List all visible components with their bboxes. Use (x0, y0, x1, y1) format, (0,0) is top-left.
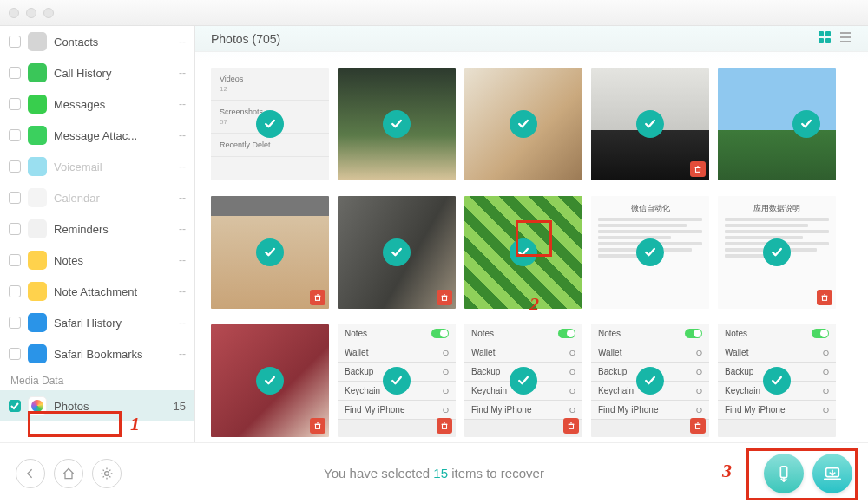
check-icon[interactable] (256, 367, 284, 395)
trash-icon[interactable] (310, 290, 326, 305)
svg-rect-13 (569, 424, 574, 428)
recover-to-computer-button[interactable] (812, 454, 852, 493)
check-icon[interactable] (256, 110, 284, 138)
sidebar-item[interactable]: Safari Bookmarks-- (0, 338, 194, 369)
sidebar-item-count: -- (174, 129, 186, 141)
trash-icon[interactable] (437, 290, 452, 305)
sidebar-item-photos[interactable]: Photos 15 (0, 390, 194, 421)
photo-thumbnail[interactable]: Notes WalletO BackupO KeychainO Find My … (718, 324, 836, 437)
photo-thumbnail[interactable]: Notes WalletO BackupO KeychainO Find My … (338, 324, 456, 437)
trash-icon[interactable] (563, 418, 579, 434)
home-button[interactable] (54, 459, 83, 488)
check-icon[interactable] (510, 367, 537, 395)
check-icon[interactable] (636, 110, 664, 138)
photo-thumbnail[interactable]: 微信自动化 (591, 196, 709, 309)
check-icon[interactable] (510, 238, 537, 266)
sidebar-item-label: Safari Bookmarks (54, 348, 174, 361)
check-icon[interactable] (383, 238, 411, 266)
photo-thumbnail[interactable] (211, 324, 329, 437)
checkbox-icon[interactable] (9, 285, 21, 297)
svg-rect-12 (443, 424, 447, 428)
photo-thumbnail[interactable]: Notes WalletO BackupO KeychainO Find My … (591, 324, 709, 437)
back-button[interactable] (16, 459, 45, 488)
svg-rect-16 (780, 466, 786, 477)
grid-view-button[interactable] (818, 30, 832, 47)
photo-thumbnail[interactable]: Videos12 Screenshots57 Recently Delet... (211, 68, 329, 180)
status-text: You have selected 15 items to recover (324, 466, 544, 480)
sidebar-item[interactable]: Notes-- (0, 245, 194, 276)
photo-thumbnail[interactable]: Notes WalletO BackupO KeychainO Find My … (464, 324, 582, 437)
check-icon[interactable] (763, 367, 791, 395)
sidebar-item-count: 15 (168, 400, 186, 413)
checkbox-icon[interactable] (9, 317, 21, 329)
sidebar-item-label: Note Attachment (54, 285, 174, 298)
sidebar-item[interactable]: Note Attachment-- (0, 276, 194, 307)
trash-icon[interactable] (690, 418, 706, 434)
category-icon (28, 63, 47, 82)
checkbox-icon[interactable] (9, 348, 21, 360)
check-icon[interactable] (763, 238, 791, 266)
trash-icon[interactable] (310, 418, 326, 434)
content-header: Photos (705) (195, 26, 868, 52)
zoom-window-button[interactable] (43, 8, 54, 18)
check-icon[interactable] (636, 238, 664, 266)
photo-thumbnail[interactable] (211, 196, 329, 309)
trash-icon[interactable] (437, 418, 452, 434)
trash-icon[interactable] (817, 290, 832, 305)
checkbox-icon[interactable] (9, 223, 21, 235)
sidebar-item[interactable]: Calendar-- (0, 182, 194, 213)
check-icon[interactable] (510, 110, 537, 138)
sidebar-item[interactable]: Call History-- (0, 57, 194, 88)
sidebar-item[interactable]: Safari History-- (0, 307, 194, 338)
svg-rect-8 (316, 296, 320, 300)
photo-thumbnail[interactable] (464, 196, 582, 309)
photo-thumbnail[interactable] (338, 196, 456, 309)
sidebar-item[interactable]: Contacts-- (0, 26, 194, 57)
checkbox-icon[interactable] (9, 36, 21, 48)
sidebar-item[interactable]: Voicemail-- (0, 151, 194, 182)
photo-thumbnail[interactable] (338, 68, 456, 180)
photo-thumbnail[interactable] (464, 68, 582, 180)
checkbox-icon[interactable] (9, 400, 21, 412)
check-icon[interactable] (383, 110, 411, 138)
sidebar-item[interactable]: Messages-- (0, 88, 194, 120)
photo-thumbnail[interactable] (591, 68, 709, 180)
checkbox-icon[interactable] (9, 67, 21, 79)
category-icon (28, 251, 47, 270)
recover-to-device-button[interactable] (764, 454, 804, 493)
category-icon (28, 282, 47, 301)
sidebar-item-label: Message Attac... (54, 129, 174, 142)
checkbox-icon[interactable] (9, 254, 21, 266)
close-window-button[interactable] (9, 8, 19, 18)
photo-thumbnail[interactable] (718, 68, 836, 180)
category-icon (28, 344, 47, 363)
checkbox-icon[interactable] (9, 160, 21, 173)
trash-icon[interactable] (690, 161, 706, 177)
svg-rect-3 (825, 38, 831, 43)
check-icon[interactable] (383, 367, 411, 395)
media-section-label: Media Data (0, 369, 194, 390)
category-icon (28, 157, 47, 176)
sidebar-item-label: Reminders (54, 223, 174, 236)
settings-button[interactable] (92, 459, 122, 488)
sidebar-item-count: -- (174, 223, 186, 235)
list-view-button[interactable] (838, 30, 852, 47)
photo-thumbnail[interactable]: 应用数据说明 (718, 196, 836, 309)
sidebar-item-label: Safari History (54, 317, 174, 330)
window-titlebar (0, 0, 868, 26)
check-icon[interactable] (792, 110, 820, 138)
sidebar-item[interactable]: Message Attac...-- (0, 120, 194, 151)
sidebar-item[interactable]: Reminders-- (0, 213, 194, 245)
checkbox-icon[interactable] (9, 98, 21, 110)
category-icon (28, 95, 47, 114)
checkbox-icon[interactable] (9, 192, 21, 204)
check-icon[interactable] (636, 367, 664, 395)
check-icon[interactable] (256, 238, 284, 266)
sidebar-item-count: -- (174, 67, 186, 79)
minimize-window-button[interactable] (26, 8, 36, 18)
sidebar-item-count: -- (174, 317, 186, 329)
annotation-number-2: 2 (529, 295, 539, 314)
sidebar-item-label: Contacts (54, 36, 174, 49)
checkbox-icon[interactable] (9, 129, 21, 141)
sidebar-item-count: -- (174, 98, 186, 110)
